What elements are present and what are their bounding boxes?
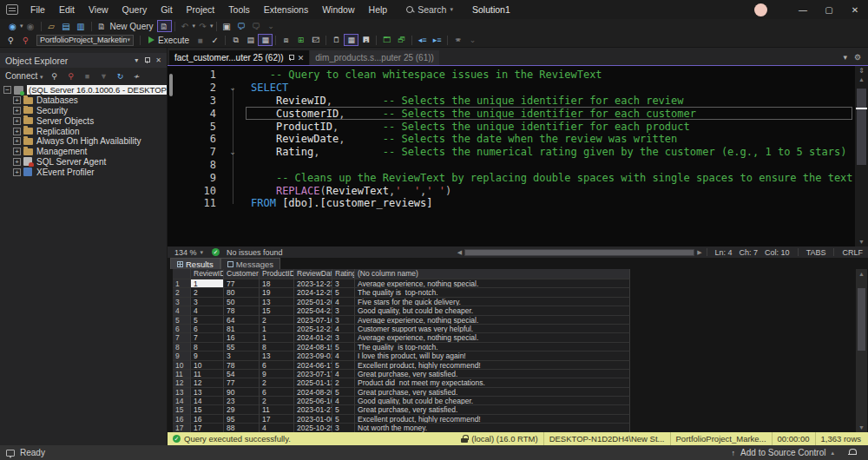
grid-cell[interactable]: 80 bbox=[224, 288, 260, 297]
undo-icon[interactable]: ↶ bbox=[178, 20, 193, 32]
activity-icon[interactable]: ≁ bbox=[132, 70, 142, 82]
zoom-caret-icon[interactable]: ▾ bbox=[201, 249, 204, 256]
execute-button[interactable]: Execute bbox=[158, 36, 189, 45]
menu-edit[interactable]: Edit bbox=[52, 0, 82, 19]
grid-cell[interactable]: 2023-07-17 bbox=[294, 370, 332, 378]
row-number[interactable]: 9 bbox=[173, 352, 191, 360]
grid-cell[interactable]: 14 bbox=[191, 397, 224, 405]
grid-cell[interactable]: 2024-08-15 bbox=[294, 343, 332, 352]
grid-cell[interactable]: 12 bbox=[191, 378, 224, 387]
grid-cell[interactable]: 2024-01-29 bbox=[294, 333, 332, 342]
grid-cell[interactable]: Average experience, nothing special. bbox=[355, 333, 630, 342]
char-indicator[interactable]: Ch: 7 bbox=[736, 248, 762, 257]
scroll-up-icon[interactable]: ▲ bbox=[855, 76, 868, 82]
connect-server-icon[interactable]: ⚲ bbox=[49, 70, 60, 82]
tabs-mode-indicator[interactable]: TABS bbox=[803, 248, 830, 257]
specify-template-values-icon[interactable]: ⧈ bbox=[279, 34, 293, 46]
scroll-down-icon[interactable]: ▼ bbox=[855, 239, 868, 245]
tree-node-server[interactable]: − (SQL Server 16.0.1000.6 - DESKTOP-N1D2… bbox=[0, 85, 167, 95]
grid-scroll-up-icon[interactable]: ▲ bbox=[856, 271, 867, 277]
user-avatar[interactable] bbox=[754, 3, 767, 16]
row-number[interactable]: 4 bbox=[173, 306, 191, 315]
grid-cell[interactable]: 11 bbox=[260, 405, 294, 414]
grid-cell[interactable]: The quality is top-notch. bbox=[355, 288, 630, 297]
expand-icon[interactable]: + bbox=[13, 96, 21, 104]
column-header[interactable]: ReviewDate bbox=[294, 269, 332, 279]
code-line-8[interactable]: 8 bbox=[168, 159, 868, 172]
cancel-query-icon[interactable]: ■ bbox=[193, 34, 207, 46]
grid-cell[interactable]: 8 bbox=[191, 343, 224, 352]
grid-cell[interactable]: 55 bbox=[224, 343, 260, 352]
tab-dim-products[interactable]: dim_products.s...puter 25 (61)) bbox=[310, 50, 439, 65]
grid-cell[interactable]: 4 bbox=[332, 397, 355, 405]
grid-cell[interactable]: 5 bbox=[332, 288, 355, 297]
notifications-bell-icon[interactable] bbox=[848, 449, 856, 457]
grid-cell[interactable]: 3 bbox=[332, 306, 355, 315]
row-number[interactable]: 3 bbox=[173, 298, 191, 306]
line-ending-indicator[interactable]: CRLF bbox=[838, 248, 868, 257]
menu-file[interactable]: File bbox=[23, 0, 52, 19]
grid-cell[interactable]: 3 bbox=[191, 298, 224, 306]
grid-cell[interactable]: 5 bbox=[332, 415, 355, 424]
code-line-1[interactable]: 1 -- Query to clean whitespace issues in… bbox=[168, 69, 868, 82]
execute-icon[interactable] bbox=[148, 36, 155, 43]
menu-query[interactable]: Query bbox=[115, 0, 155, 19]
change-connection-icon[interactable]: ⚲ bbox=[18, 34, 33, 46]
row-number[interactable]: 17 bbox=[173, 424, 191, 432]
redo-icon[interactable]: ↷ bbox=[195, 20, 210, 32]
expand-icon[interactable]: + bbox=[13, 128, 21, 135]
grid-cell[interactable]: 5 bbox=[191, 316, 224, 325]
grid-cell[interactable]: 3 bbox=[224, 352, 260, 360]
grid-cell[interactable]: 2023-01-27 bbox=[294, 405, 332, 414]
database-selector[interactable]: PortfolioProject_Marketing ▾ bbox=[36, 35, 134, 46]
tree-node-management[interactable]: +Management bbox=[0, 147, 167, 157]
settings-gear-icon[interactable]: ⚙ bbox=[854, 53, 861, 62]
grid-cell[interactable]: Great purchase, very satisfied. bbox=[355, 405, 630, 414]
grid-cell[interactable]: 15 bbox=[191, 405, 224, 414]
scrollbar-thumb[interactable] bbox=[857, 89, 866, 165]
tab-pin-icon[interactable] bbox=[288, 55, 293, 62]
editor-vertical-scrollbar[interactable]: ⇕ ▲ ▼ bbox=[855, 66, 868, 246]
grid-cell[interactable]: 77 bbox=[224, 279, 260, 288]
row-number[interactable]: 6 bbox=[173, 325, 191, 333]
refresh-icon[interactable]: ↻ bbox=[115, 70, 126, 82]
grid-cell[interactable]: 2025-06-16 bbox=[294, 397, 332, 405]
grid-cell[interactable]: 8 bbox=[260, 343, 294, 352]
column-header[interactable]: Rating bbox=[332, 269, 355, 279]
grid-cell[interactable]: 88 bbox=[224, 424, 260, 432]
expand-icon[interactable]: + bbox=[13, 148, 21, 155]
tree-node-xevent-profiler[interactable]: +XEvent Profiler bbox=[0, 167, 167, 177]
redo-dropdown-icon[interactable]: ▾ bbox=[210, 23, 214, 30]
tab-results[interactable]: Results bbox=[170, 258, 220, 269]
connect-icon[interactable]: ⚲ bbox=[3, 34, 18, 46]
expand-icon[interactable]: + bbox=[13, 168, 21, 176]
stop-icon[interactable]: ■ bbox=[82, 70, 93, 82]
row-number[interactable]: 5 bbox=[173, 316, 191, 325]
results-vertical-scrollbar[interactable]: ▲ ▼ bbox=[856, 269, 867, 432]
comment-out-icon[interactable]: 🗔 bbox=[379, 34, 394, 46]
minimize-button[interactable]: — bbox=[790, 0, 816, 19]
tab-fact-customer[interactable]: fact_customer...uter 25 (62)) ✕ bbox=[169, 50, 309, 65]
grid-cell[interactable]: 6 bbox=[260, 361, 294, 370]
chat-icon[interactable]: 🗨 bbox=[249, 20, 264, 32]
tree-node-always-on-high-availability[interactable]: +Always On High Availability bbox=[0, 136, 167, 147]
grid-cell[interactable]: 6 bbox=[260, 388, 294, 397]
row-number[interactable]: 8 bbox=[173, 343, 191, 352]
menu-help[interactable]: Help bbox=[362, 0, 395, 19]
results-to-text-icon[interactable]: 🗒 bbox=[329, 34, 344, 46]
feedback-icon[interactable]: 🗩 bbox=[234, 20, 249, 32]
grid-cell[interactable]: 54 bbox=[224, 370, 260, 378]
grid-cell[interactable]: 2023-09-01 bbox=[294, 352, 332, 360]
grid-cell[interactable]: 64 bbox=[224, 316, 260, 325]
grid-cell[interactable]: 4 bbox=[332, 325, 355, 333]
grid-cell[interactable]: 2025-12-21 bbox=[294, 325, 332, 333]
grid-cell[interactable]: 3 bbox=[332, 316, 355, 325]
grid-cell[interactable]: 9 bbox=[191, 352, 224, 360]
new-query-current-connection-icon[interactable]: 🗎 bbox=[157, 20, 172, 32]
grid-cell[interactable]: 19 bbox=[260, 288, 294, 297]
grid-cell[interactable]: 1 bbox=[260, 333, 294, 342]
grid-cell[interactable]: 2 bbox=[191, 288, 224, 297]
grid-cell[interactable]: I love this product, will buy again! bbox=[355, 352, 630, 360]
expand-icon[interactable]: + bbox=[13, 107, 21, 115]
menu-tools[interactable]: Tools bbox=[221, 0, 257, 19]
